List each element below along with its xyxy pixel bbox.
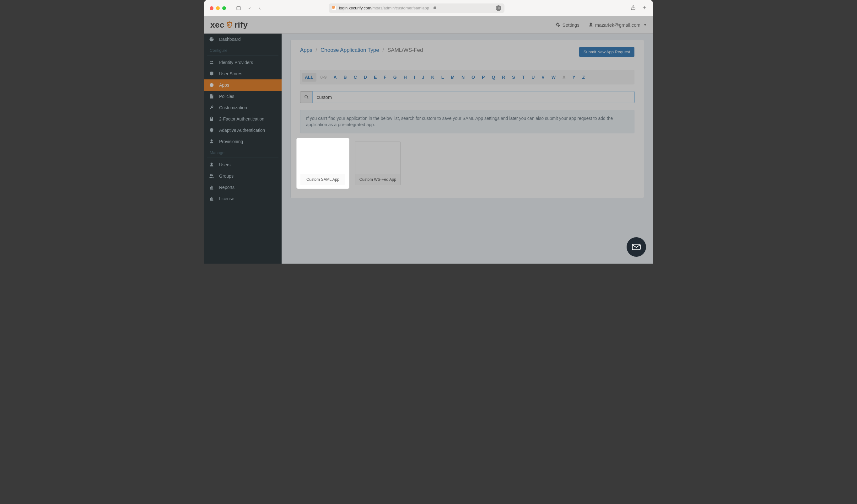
svg-rect-0 [237,6,240,10]
filter-letter-n[interactable]: N [458,73,468,82]
lock-icon [433,6,437,10]
settings-label: Settings [562,22,579,28]
settings-link[interactable]: Settings [555,22,579,28]
filter-letter-g[interactable]: G [390,73,400,82]
tile-body [355,142,400,174]
filter-letter-j[interactable]: J [419,73,427,82]
alphabet-filter: ALL0-9ABCDEFGHIJKLMNOPQRSTUVWXYZ [300,70,635,84]
url-menu-icon[interactable]: ••• [496,5,501,11]
filter-letter-e[interactable]: E [371,73,380,82]
highlighted-tile-custom-saml[interactable]: Custom SAML App [296,138,349,189]
filter-letter-all[interactable]: ALL [302,73,316,82]
filter-letter-v[interactable]: V [538,73,548,82]
back-icon[interactable] [255,4,264,13]
browser-title-bar: login.xecurify.com/moas/admin/customer/s… [204,0,653,16]
filter-letter-o[interactable]: O [468,73,478,82]
breadcrumb-current: SAML/WS-Fed [387,47,423,53]
sidebar-item-apps[interactable]: Apps [204,79,282,91]
sidebar-item-label: Customization [219,105,247,110]
mail-icon [631,242,642,252]
maximize-window-icon[interactable] [222,6,226,10]
chart-icon [208,196,215,201]
sidebar-item-identity-providers[interactable]: Identity Providers [204,57,282,68]
sidebar-item-label: Policies [219,94,234,99]
filter-letter-i[interactable]: I [410,73,418,82]
filter-letter-c[interactable]: C [351,73,360,82]
new-tab-icon[interactable] [642,5,647,11]
search-input[interactable] [313,91,635,103]
filter-letter-z[interactable]: Z [579,73,588,82]
shield-icon [208,128,215,133]
dropdown-chevron-icon[interactable] [245,4,254,13]
window-controls[interactable] [210,6,226,10]
sidebar-item-dashboard[interactable]: Dashboard [204,34,282,45]
sidebar-item-label: Reports [219,185,235,190]
filter-letter-w[interactable]: W [549,73,559,82]
sidebar-item-label: Identity Providers [219,60,253,65]
share-icon[interactable] [631,5,636,11]
breadcrumb-sep: / [316,47,317,53]
sidebar-section-manage_label: Manage [204,147,282,157]
breadcrumb: Apps / Choose Application Type / SAML/WS… [300,47,423,53]
close-window-icon[interactable] [210,6,214,10]
chevron-down-icon: ▼ [643,23,647,27]
breadcrumb-apps[interactable]: Apps [300,47,312,53]
contact-fab[interactable] [626,237,646,257]
filter-letter-b[interactable]: B [341,73,350,82]
logo-text-pre: xec [210,20,224,30]
logo-shield-icon [225,21,234,29]
url-bar[interactable]: login.xecurify.com/moas/admin/customer/s… [329,3,504,13]
sidebar-item-policies[interactable]: Policies [204,91,282,102]
svg-rect-8 [632,245,640,250]
users-icon [208,173,215,179]
svg-line-7 [307,98,308,99]
sidebar-item-provisioning[interactable]: Provisioning [204,136,282,147]
tile-label: Custom WS-Fed App [355,174,400,185]
swap-icon [208,60,215,65]
sidebar-item-label: User Stores [219,71,242,76]
submit-app-request-button[interactable]: Submit New App Request [579,47,635,57]
filter-letter-p[interactable]: P [479,73,488,82]
breadcrumb-choose-type[interactable]: Choose Application Type [320,47,379,53]
filter-letter-s[interactable]: S [509,73,518,82]
filter-letter-l[interactable]: L [438,73,447,82]
doc-icon [208,94,215,99]
minimize-window-icon[interactable] [216,6,220,10]
user-menu[interactable]: mazariek@gmail.com ▼ [588,22,647,28]
lock-icon [208,116,215,121]
sidebar-item-user-stores[interactable]: User Stores [204,68,282,79]
sidebar-item-users[interactable]: Users [204,159,282,170]
brand-logo[interactable]: xec rify [210,20,248,30]
user-icon [208,139,215,144]
filter-letter-k[interactable]: K [428,73,438,82]
app-tile-custom-ws-fed-app[interactable]: Custom WS-Fed App [355,141,401,185]
wrench-icon [208,105,215,110]
filter-letter-t[interactable]: T [519,73,528,82]
filter-letter-0-9: 0-9 [317,73,330,82]
filter-letter-d[interactable]: D [361,73,370,82]
tile-label: Custom SAML App [300,174,345,185]
filter-letter-q[interactable]: Q [488,73,498,82]
sidebar-item-customization[interactable]: Customization [204,102,282,113]
filter-letter-a[interactable]: A [330,73,340,82]
filter-letter-r[interactable]: R [499,73,508,82]
filter-letter-u[interactable]: U [528,73,538,82]
filter-letter-y[interactable]: Y [569,73,578,82]
sidebar-item-label: Users [219,162,231,167]
sidebar-item-label: Provisioning [219,139,243,144]
filter-letter-h[interactable]: H [401,73,410,82]
user-icon [208,162,215,167]
sidebar-item-adaptive-authentication[interactable]: Adaptive Authentication [204,124,282,136]
sidebar-item-2-factor-authentication[interactable]: 2-Factor Authentication [204,113,282,124]
sidebar-item-reports[interactable]: Reports [204,182,282,193]
sidebar-toggle-icon[interactable] [234,4,243,13]
sidebar: DashboardConfigureIdentity ProvidersUser… [204,34,282,264]
filter-letter-m[interactable]: M [448,73,458,82]
site-favicon-icon [332,6,337,10]
info-banner: If you can't find your application in th… [300,110,635,133]
svg-point-6 [305,96,308,98]
sidebar-item-license[interactable]: License [204,193,282,204]
sidebar-item-groups[interactable]: Groups [204,170,282,182]
search-icon [300,91,313,103]
filter-letter-f[interactable]: F [381,73,390,82]
